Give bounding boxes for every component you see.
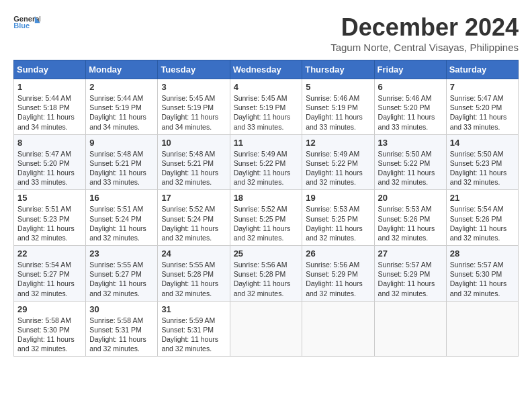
calendar-cell: 1 Sunrise: 5:44 AM Sunset: 5:18 PM Dayli… xyxy=(14,79,86,135)
header-thursday: Thursday xyxy=(302,60,374,79)
day-info: Sunrise: 5:44 AM Sunset: 5:19 PM Dayligh… xyxy=(89,93,154,132)
header-monday: Monday xyxy=(86,60,158,79)
day-number: 7 xyxy=(450,82,515,92)
calendar-cell: 6 Sunrise: 5:46 AM Sunset: 5:20 PM Dayli… xyxy=(374,79,446,135)
calendar-row: 8 Sunrise: 5:47 AM Sunset: 5:20 PM Dayli… xyxy=(14,134,519,190)
day-number: 2 xyxy=(89,82,154,92)
calendar-cell xyxy=(446,301,518,357)
calendar-cell: 9 Sunrise: 5:48 AM Sunset: 5:21 PM Dayli… xyxy=(86,134,158,190)
day-number: 21 xyxy=(450,193,515,203)
calendar-cell: 13 Sunrise: 5:50 AM Sunset: 5:22 PM Dayl… xyxy=(374,134,446,190)
day-info: Sunrise: 5:56 AM Sunset: 5:29 PM Dayligh… xyxy=(306,260,370,298)
page-header: General Blue December 2024 Tagum Norte, … xyxy=(13,13,519,53)
day-info: Sunrise: 5:47 AM Sunset: 5:20 PM Dayligh… xyxy=(450,93,515,132)
day-number: 16 xyxy=(89,193,154,203)
day-number: 17 xyxy=(161,193,226,203)
day-info: Sunrise: 5:58 AM Sunset: 5:31 PM Dayligh… xyxy=(89,316,154,354)
calendar-cell: 5 Sunrise: 5:46 AM Sunset: 5:19 PM Dayli… xyxy=(302,79,374,135)
day-info: Sunrise: 5:51 AM Sunset: 5:24 PM Dayligh… xyxy=(89,204,154,242)
calendar-cell: 12 Sunrise: 5:49 AM Sunset: 5:22 PM Dayl… xyxy=(302,134,374,190)
calendar-row: 29 Sunrise: 5:58 AM Sunset: 5:30 PM Dayl… xyxy=(14,301,519,357)
day-number: 1 xyxy=(17,82,82,92)
day-info: Sunrise: 5:46 AM Sunset: 5:20 PM Dayligh… xyxy=(378,93,443,132)
calendar-cell: 24 Sunrise: 5:55 AM Sunset: 5:28 PM Dayl… xyxy=(158,246,230,302)
calendar-row: 22 Sunrise: 5:54 AM Sunset: 5:27 PM Dayl… xyxy=(14,246,519,302)
calendar-row: 1 Sunrise: 5:44 AM Sunset: 5:18 PM Dayli… xyxy=(14,79,519,135)
calendar-cell: 23 Sunrise: 5:55 AM Sunset: 5:27 PM Dayl… xyxy=(86,246,158,302)
day-info: Sunrise: 5:57 AM Sunset: 5:30 PM Dayligh… xyxy=(450,260,515,298)
day-info: Sunrise: 5:50 AM Sunset: 5:22 PM Dayligh… xyxy=(378,149,443,187)
calendar-header-row: Sunday Monday Tuesday Wednesday Thursday… xyxy=(14,60,519,79)
day-info: Sunrise: 5:45 AM Sunset: 5:19 PM Dayligh… xyxy=(234,93,299,132)
calendar-table: Sunday Monday Tuesday Wednesday Thursday… xyxy=(13,60,519,357)
calendar-cell: 3 Sunrise: 5:45 AM Sunset: 5:19 PM Dayli… xyxy=(158,79,230,135)
day-number: 3 xyxy=(161,82,226,92)
day-number: 20 xyxy=(378,193,443,203)
day-number: 27 xyxy=(378,248,443,259)
calendar-cell: 4 Sunrise: 5:45 AM Sunset: 5:19 PM Dayli… xyxy=(230,79,302,135)
calendar-cell: 27 Sunrise: 5:57 AM Sunset: 5:29 PM Dayl… xyxy=(374,246,446,302)
day-info: Sunrise: 5:55 AM Sunset: 5:27 PM Dayligh… xyxy=(89,260,154,298)
day-info: Sunrise: 5:51 AM Sunset: 5:23 PM Dayligh… xyxy=(17,204,82,242)
day-info: Sunrise: 5:50 AM Sunset: 5:23 PM Dayligh… xyxy=(450,149,515,187)
calendar-cell: 19 Sunrise: 5:53 AM Sunset: 5:25 PM Dayl… xyxy=(302,190,374,246)
header-tuesday: Tuesday xyxy=(158,60,230,79)
day-number: 24 xyxy=(161,248,226,259)
day-number: 28 xyxy=(450,248,515,259)
day-number: 29 xyxy=(17,304,82,314)
day-info: Sunrise: 5:54 AM Sunset: 5:26 PM Dayligh… xyxy=(450,204,515,242)
day-info: Sunrise: 5:44 AM Sunset: 5:18 PM Dayligh… xyxy=(17,93,82,132)
calendar-cell xyxy=(302,301,374,357)
day-number: 23 xyxy=(89,248,154,259)
calendar-cell xyxy=(374,301,446,357)
calendar-cell: 18 Sunrise: 5:52 AM Sunset: 5:25 PM Dayl… xyxy=(230,190,302,246)
day-info: Sunrise: 5:49 AM Sunset: 5:22 PM Dayligh… xyxy=(234,149,299,187)
day-info: Sunrise: 5:48 AM Sunset: 5:21 PM Dayligh… xyxy=(161,149,226,187)
calendar-cell: 30 Sunrise: 5:58 AM Sunset: 5:31 PM Dayl… xyxy=(86,301,158,357)
day-number: 25 xyxy=(234,248,299,259)
day-number: 8 xyxy=(17,138,82,148)
day-number: 18 xyxy=(234,193,299,203)
header-saturday: Saturday xyxy=(446,60,518,79)
day-number: 22 xyxy=(17,248,82,259)
calendar-cell: 21 Sunrise: 5:54 AM Sunset: 5:26 PM Dayl… xyxy=(446,190,518,246)
day-info: Sunrise: 5:45 AM Sunset: 5:19 PM Dayligh… xyxy=(161,93,226,132)
calendar-cell: 22 Sunrise: 5:54 AM Sunset: 5:27 PM Dayl… xyxy=(14,246,86,302)
month-title: December 2024 xyxy=(330,13,519,42)
calendar-cell: 7 Sunrise: 5:47 AM Sunset: 5:20 PM Dayli… xyxy=(446,79,518,135)
day-info: Sunrise: 5:46 AM Sunset: 5:19 PM Dayligh… xyxy=(306,93,370,132)
calendar-cell: 14 Sunrise: 5:50 AM Sunset: 5:23 PM Dayl… xyxy=(446,134,518,190)
header-wednesday: Wednesday xyxy=(230,60,302,79)
calendar-cell: 10 Sunrise: 5:48 AM Sunset: 5:21 PM Dayl… xyxy=(158,134,230,190)
day-info: Sunrise: 5:54 AM Sunset: 5:27 PM Dayligh… xyxy=(17,260,82,298)
day-info: Sunrise: 5:48 AM Sunset: 5:21 PM Dayligh… xyxy=(89,149,154,187)
day-number: 19 xyxy=(306,193,370,203)
calendar-cell: 2 Sunrise: 5:44 AM Sunset: 5:19 PM Dayli… xyxy=(86,79,158,135)
calendar-cell: 8 Sunrise: 5:47 AM Sunset: 5:20 PM Dayli… xyxy=(14,134,86,190)
header-friday: Friday xyxy=(374,60,446,79)
day-number: 30 xyxy=(89,304,154,314)
day-number: 10 xyxy=(161,138,226,148)
calendar-cell: 26 Sunrise: 5:56 AM Sunset: 5:29 PM Dayl… xyxy=(302,246,374,302)
day-info: Sunrise: 5:52 AM Sunset: 5:25 PM Dayligh… xyxy=(234,204,299,242)
day-info: Sunrise: 5:53 AM Sunset: 5:25 PM Dayligh… xyxy=(306,204,370,242)
day-number: 14 xyxy=(450,138,515,148)
day-info: Sunrise: 5:59 AM Sunset: 5:31 PM Dayligh… xyxy=(161,316,226,354)
day-number: 15 xyxy=(17,193,82,203)
svg-text:Blue: Blue xyxy=(13,21,30,30)
calendar-cell: 29 Sunrise: 5:58 AM Sunset: 5:30 PM Dayl… xyxy=(14,301,86,357)
day-number: 11 xyxy=(234,138,299,148)
calendar-cell: 28 Sunrise: 5:57 AM Sunset: 5:30 PM Dayl… xyxy=(446,246,518,302)
day-info: Sunrise: 5:56 AM Sunset: 5:28 PM Dayligh… xyxy=(234,260,299,298)
calendar-cell: 31 Sunrise: 5:59 AM Sunset: 5:31 PM Dayl… xyxy=(158,301,230,357)
day-number: 12 xyxy=(306,138,370,148)
day-info: Sunrise: 5:47 AM Sunset: 5:20 PM Dayligh… xyxy=(17,149,82,187)
calendar-cell: 20 Sunrise: 5:53 AM Sunset: 5:26 PM Dayl… xyxy=(374,190,446,246)
calendar-row: 15 Sunrise: 5:51 AM Sunset: 5:23 PM Dayl… xyxy=(14,190,519,246)
calendar-cell: 15 Sunrise: 5:51 AM Sunset: 5:23 PM Dayl… xyxy=(14,190,86,246)
day-info: Sunrise: 5:58 AM Sunset: 5:30 PM Dayligh… xyxy=(17,316,82,354)
day-number: 6 xyxy=(378,82,443,92)
day-number: 5 xyxy=(306,82,370,92)
day-info: Sunrise: 5:52 AM Sunset: 5:24 PM Dayligh… xyxy=(161,204,226,242)
day-number: 9 xyxy=(89,138,154,148)
